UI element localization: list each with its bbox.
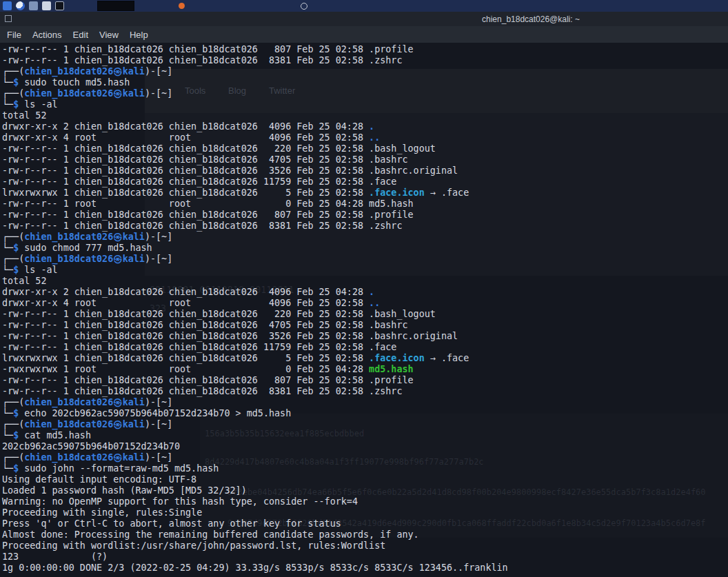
terminal-line: -rw-r--r-- 1 root root 0 Feb 25 04:28 md…: [2, 199, 508, 210]
menu-edit[interactable]: Edit: [68, 30, 94, 40]
menu-help[interactable]: Help: [124, 30, 154, 40]
taskbar: [0, 0, 728, 12]
browser-icon[interactable]: [16, 1, 25, 10]
clock-icon: [301, 3, 307, 10]
terminal-line: -rw-r--r-- 1 chien_b18dcat026 chien_b18d…: [2, 342, 508, 353]
terminal-line: ┌──(chien_b18dcat026㉿kali)-[~]: [2, 452, 508, 463]
terminal-line: drwxr-xr-x 4 root root 4096 Feb 25 02:58…: [2, 132, 508, 143]
terminal-line: -rw-r--r-- 1 chien_b18dcat026 chien_b18d…: [2, 221, 508, 232]
recording-icon[interactable]: [179, 3, 185, 9]
terminal-line: total 52: [2, 276, 508, 287]
terminal-line: ┌──(chien_b18dcat026㉿kali)-[~]: [2, 254, 508, 265]
terminal-line: ┌──(chien_b18dcat026㉿kali)-[~]: [2, 66, 508, 77]
window-menu-icon[interactable]: [5, 15, 12, 22]
terminal-line: -rw-r--r-- 1 chien_b18dcat026 chien_b18d…: [2, 331, 508, 342]
terminal[interactable]: Tools Blog Twitter 00110001 00110010 001…: [0, 43, 728, 577]
terminal-line: ┌──(chien_b18dcat026㉿kali)-[~]: [2, 397, 508, 408]
terminal-line: Proceeding with single, rules:Single: [2, 507, 508, 518]
text-editor-icon[interactable]: [42, 1, 51, 10]
terminal-line: ┌──(chien_b18dcat026㉿kali)-[~]: [2, 88, 508, 99]
terminal-line: Warning: no OpenMP support for this hash…: [2, 496, 508, 507]
terminal-line: lrwxrwxrwx 1 chien_b18dcat026 chien_b18d…: [2, 188, 508, 199]
terminal-line: └─$ sudo touch md5.hash: [2, 77, 508, 88]
terminal-line: 123 (?): [2, 551, 508, 563]
window-title: chien_b18dcat026@kali: ~: [441, 14, 620, 24]
terminal-line: ┌──(chien_b18dcat026㉿kali)-[~]: [2, 232, 508, 243]
terminal-line: -rw-r--r-- 1 chien_b18dcat026 chien_b18d…: [2, 154, 508, 165]
terminal-line: └─$ ls -al: [2, 99, 508, 110]
terminal-line: Using default input encoding: UTF-8: [2, 474, 508, 485]
folder-icon[interactable]: [29, 1, 38, 10]
terminal-line: └─$ cat md5.hash: [2, 430, 508, 441]
terminal-line: total 52: [2, 110, 508, 121]
terminal-line: Loaded 1 password hash (Raw-MD5 [MD5 32/…: [2, 485, 508, 496]
menu-actions[interactable]: Actions: [27, 30, 68, 40]
terminal-line: └─$ ls -al: [2, 265, 508, 276]
terminal-line: Proceeding with wordlist:/usr/share/john…: [2, 540, 508, 551]
terminal-line: -rw-r--r-- 1 chien_b18dcat026 chien_b18d…: [2, 55, 508, 66]
active-window-button[interactable]: [97, 1, 134, 11]
terminal-line: Almost done: Processing the remaining bu…: [2, 529, 508, 540]
terminal-line: -rw-r--r-- 1 chien_b18dcat026 chien_b18d…: [2, 309, 508, 320]
terminal-line: -rw-r--r-- 1 chien_b18dcat026 chien_b18d…: [2, 210, 508, 221]
desktop: chien_b18dcat026@kali: ~ File Actions Ed…: [0, 0, 728, 577]
terminal-line: -rwxrwxrwx 1 root root 0 Feb 25 04:28 md…: [2, 364, 508, 375]
terminal-line: 202cb962ac59075b964b07152d234b70: [2, 441, 508, 452]
window-titlebar[interactable]: chien_b18dcat026@kali: ~: [0, 12, 728, 26]
menu-view[interactable]: View: [94, 30, 124, 40]
terminal-launcher-icon[interactable]: [55, 1, 64, 10]
terminal-output: -rw-r--r-- 1 chien_b18dcat026 chien_b18d…: [2, 44, 508, 574]
terminal-line: lrwxrwxrwx 1 chien_b18dcat026 chien_b18d…: [2, 353, 508, 364]
terminal-line: -rw-r--r-- 1 chien_b18dcat026 chien_b18d…: [2, 165, 508, 176]
terminal-line: 1g 0:00:00:00 DONE 2/3 (2022-02-25 04:29…: [2, 563, 508, 574]
terminal-line: drwxr-xr-x 2 chien_b18dcat026 chien_b18d…: [2, 287, 508, 298]
terminal-line: -rw-r--r-- 1 chien_b18dcat026 chien_b18d…: [2, 44, 508, 55]
terminal-line: -rw-r--r-- 1 chien_b18dcat026 chien_b18d…: [2, 386, 508, 397]
kali-menu-icon[interactable]: [3, 1, 12, 10]
terminal-line: -rw-r--r-- 1 chien_b18dcat026 chien_b18d…: [2, 176, 508, 188]
terminal-line: Press 'q' or Ctrl-C to abort, almost any…: [2, 518, 508, 529]
terminal-line: └─$ echo 202cb962ac59075b964b07152d234b7…: [2, 408, 508, 419]
terminal-line: drwxr-xr-x 4 root root 4096 Feb 25 02:58…: [2, 298, 508, 309]
terminal-line: -rw-r--r-- 1 chien_b18dcat026 chien_b18d…: [2, 143, 508, 154]
terminal-line: -rw-r--r-- 1 chien_b18dcat026 chien_b18d…: [2, 375, 508, 386]
terminal-line: -rw-r--r-- 1 chien_b18dcat026 chien_b18d…: [2, 320, 508, 331]
terminal-line: drwxr-xr-x 2 chien_b18dcat026 chien_b18d…: [2, 121, 508, 132]
menubar: File Actions Edit View Help: [0, 26, 728, 43]
menu-file[interactable]: File: [1, 30, 27, 40]
terminal-line: └─$ sudo chmod 777 md5.hash: [2, 243, 508, 254]
terminal-line: └─$ sudo john --format=raw-md5 md5.hash: [2, 463, 508, 474]
terminal-line: ┌──(chien_b18dcat026㉿kali)-[~]: [2, 419, 508, 430]
